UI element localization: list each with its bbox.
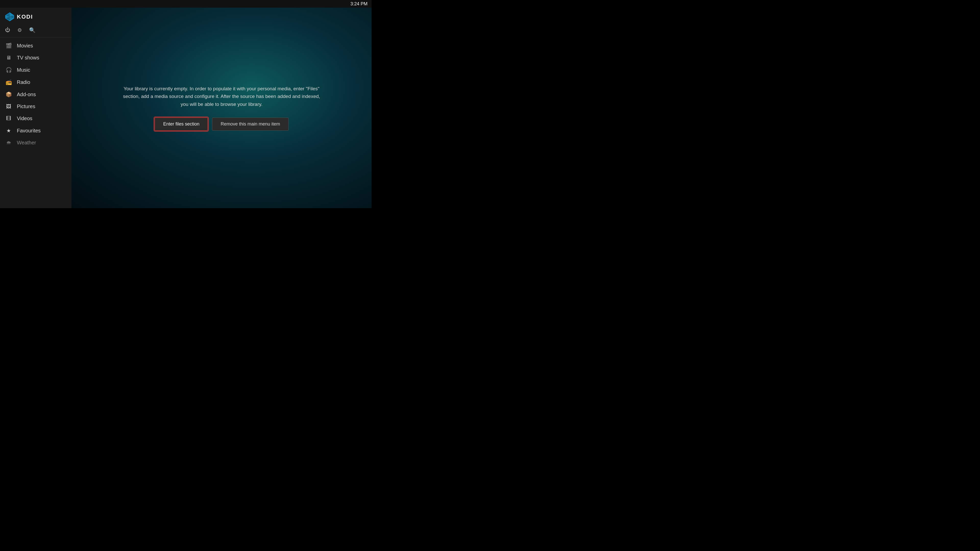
action-buttons: Enter files section Remove this main men… bbox=[154, 118, 288, 131]
music-icon: 🎧 bbox=[5, 67, 12, 73]
sidebar-item-music[interactable]: 🎧 Music bbox=[0, 64, 72, 76]
radio-icon: 📻 bbox=[5, 79, 12, 85]
weather-label: Weather bbox=[17, 140, 36, 146]
power-icon[interactable]: ⏻ bbox=[5, 27, 10, 33]
kodi-diamond-icon bbox=[5, 12, 14, 21]
sidebar-item-radio[interactable]: 📻 Radio bbox=[0, 76, 72, 88]
main-layout: KODI ⏻ ⚙ 🔍 🎬 Movies 🖥 TV shows 🎧 Music bbox=[0, 8, 372, 208]
sidebar-item-movies[interactable]: 🎬 Movies bbox=[0, 40, 72, 52]
weather-icon: 🌧 bbox=[5, 140, 12, 146]
sidebar-divider bbox=[0, 37, 72, 38]
app-logo-area: KODI bbox=[0, 8, 72, 25]
search-icon[interactable]: 🔍 bbox=[29, 27, 35, 33]
pictures-label: Pictures bbox=[17, 103, 35, 110]
addons-icon: 📦 bbox=[5, 91, 12, 97]
favourites-label: Favourites bbox=[17, 128, 41, 134]
sidebar-item-addons[interactable]: 📦 Add-ons bbox=[0, 88, 72, 100]
sidebar-item-tvshows[interactable]: 🖥 TV shows bbox=[0, 52, 72, 64]
sidebar: KODI ⏻ ⚙ 🔍 🎬 Movies 🖥 TV shows 🎧 Music bbox=[0, 8, 72, 208]
kodi-logo: KODI bbox=[5, 12, 33, 21]
enter-files-button[interactable]: Enter files section bbox=[154, 118, 208, 131]
videos-icon: 🎞 bbox=[5, 116, 12, 121]
sidebar-item-pictures[interactable]: 🖼 Pictures bbox=[0, 100, 72, 113]
clock: 3:24 PM bbox=[350, 1, 368, 6]
radio-label: Radio bbox=[17, 79, 30, 85]
addons-label: Add-ons bbox=[17, 92, 36, 97]
movies-icon: 🎬 bbox=[5, 43, 12, 49]
tvshows-icon: 🖥 bbox=[5, 55, 12, 61]
sidebar-item-weather[interactable]: 🌧 Weather bbox=[0, 137, 72, 149]
remove-menu-item-button[interactable]: Remove this main menu item bbox=[212, 118, 288, 130]
content-area: Your library is currently empty. In orde… bbox=[72, 8, 372, 208]
app-name: KODI bbox=[17, 14, 33, 20]
empty-library-text: Your library is currently empty. In orde… bbox=[122, 85, 321, 108]
settings-icon[interactable]: ⚙ bbox=[18, 27, 22, 33]
favourites-icon: ★ bbox=[5, 127, 12, 134]
music-label: Music bbox=[17, 67, 30, 73]
movies-label: Movies bbox=[17, 43, 33, 49]
pictures-icon: 🖼 bbox=[5, 103, 12, 110]
top-bar: 3:24 PM bbox=[0, 0, 372, 8]
sidebar-item-videos[interactable]: 🎞 Videos bbox=[0, 113, 72, 124]
sidebar-item-favourites[interactable]: ★ Favourites bbox=[0, 124, 72, 137]
sidebar-nav: 🎬 Movies 🖥 TV shows 🎧 Music 📻 Radio 📦 Ad… bbox=[0, 40, 72, 149]
tvshows-label: TV shows bbox=[17, 55, 39, 61]
videos-label: Videos bbox=[17, 116, 32, 121]
sidebar-controls: ⏻ ⚙ 🔍 bbox=[0, 25, 72, 37]
